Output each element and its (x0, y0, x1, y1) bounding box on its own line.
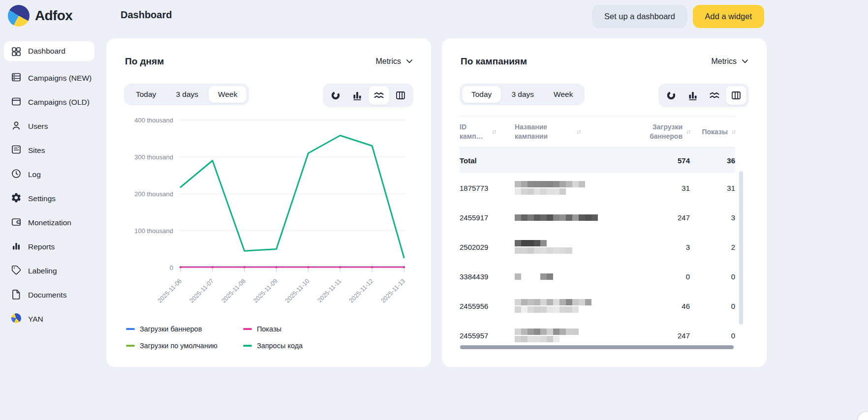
campaigns-period-today[interactable]: Today (462, 86, 501, 103)
sidebar-item-labeling[interactable]: Labeling (0, 264, 104, 278)
daily-view-bar-chart-icon[interactable] (347, 86, 368, 105)
table-horizontal-scrollbar[interactable] (460, 345, 734, 349)
table-row[interactable]: 2455956460 (460, 291, 735, 321)
svg-text:2025-11-10: 2025-11-10 (284, 277, 310, 304)
site-icon (11, 144, 22, 155)
daily-view-pie-chart-icon[interactable] (325, 86, 346, 105)
total-loads: 574 (617, 156, 690, 165)
sidebar-item-documents[interactable]: Documents (0, 288, 104, 302)
campaigns-period-week[interactable]: Week (544, 86, 582, 103)
column-header-name[interactable]: Название кампании ↓↑ (515, 122, 617, 141)
campaigns-view-line-chart-icon[interactable] (704, 86, 725, 105)
table-header-row: ID камп… ↓↑ Название кампании ↓↑ Загрузк… (460, 116, 735, 148)
campaigns-view-bar-chart-icon[interactable] (682, 86, 703, 105)
sidebar-item-label: Labeling (28, 264, 57, 276)
daily-period-week[interactable]: Week (209, 86, 247, 103)
campaigns-widget-card: По кампаниям Metrics Today3 daysWeek ID … (442, 38, 767, 367)
campaign-name-redacted (515, 329, 617, 342)
campaigns-view-switcher (658, 84, 749, 107)
archive-icon (11, 96, 22, 107)
total-shows: 36 (690, 156, 735, 165)
topbar: Adfox Dashboard Set up a dashboard Add a… (0, 0, 868, 32)
stack-icon (11, 72, 22, 83)
legend-item: Загрузки по умолчанию (126, 340, 217, 351)
daily-metrics-label: Metrics (375, 57, 401, 66)
campaign-shows: 0 (690, 331, 735, 340)
column-header-id[interactable]: ID камп… ↓↑ (460, 122, 515, 141)
legend-dash-icon (126, 345, 135, 347)
setup-dashboard-button[interactable]: Set up a dashboard (592, 5, 687, 28)
sidebar-item-label: Sites (28, 144, 45, 156)
sidebar-item-reports[interactable]: Reports (0, 240, 104, 254)
sidebar-item-label: Dashboard (28, 45, 65, 57)
table-total-row: Total 574 36 (460, 148, 735, 173)
sidebar-item-monetization[interactable]: Monetization (0, 216, 104, 230)
legend-item: Показы (243, 324, 303, 334)
sort-icon: ↓↑ (686, 128, 690, 136)
table-row[interactable]: 338443900 (460, 262, 735, 291)
daily-view-switcher (323, 84, 413, 107)
legend-dash-icon (243, 328, 252, 330)
campaigns-view-table-icon[interactable] (726, 86, 746, 105)
user-icon (11, 120, 22, 131)
sidebar-item-users[interactable]: Users (0, 120, 104, 133)
sidebar-item-sites[interactable]: Sites (0, 144, 104, 157)
daily-metrics-dropdown[interactable]: Metrics (375, 57, 412, 66)
daily-period-today[interactable]: Today (126, 86, 165, 103)
sidebar-item-campaigns-old[interactable]: Campaigns (OLD) (0, 95, 104, 109)
campaign-name-redacted (515, 181, 617, 195)
legend-label: Показы (257, 325, 281, 333)
campaign-id: 2455956 (460, 302, 515, 310)
table-row[interactable]: 250202932 (460, 232, 735, 262)
legend-item: Загрузки баннеров (126, 324, 217, 334)
sidebar-item-yan[interactable]: YAN (0, 312, 104, 326)
daily-view-table-icon[interactable] (390, 86, 411, 105)
table-row[interactable]: 18757733131 (460, 173, 735, 203)
column-header-shows[interactable]: Показы ↓↑ (690, 127, 735, 137)
report-icon (11, 240, 22, 251)
brand-name: Adfox (35, 8, 72, 24)
legend-dash-icon (126, 328, 135, 330)
sidebar-item-settings[interactable]: Settings (0, 192, 104, 206)
sidebar-item-label: Documents (28, 288, 66, 300)
table-vertical-scrollbar[interactable] (739, 171, 743, 325)
page-title: Dashboard (121, 9, 172, 21)
table-body: 1875773313124559172473250202932338443900… (460, 173, 735, 350)
campaigns-period-switcher: Today3 daysWeek (460, 84, 585, 105)
campaigns-metrics-dropdown[interactable]: Metrics (711, 57, 748, 66)
chevron-down-icon (742, 60, 748, 63)
sidebar-item-label: Settings (28, 192, 56, 204)
campaigns-view-pie-chart-icon[interactable] (661, 86, 682, 105)
column-header-loads[interactable]: Загрузки баннеров ↓↑ (617, 122, 690, 141)
campaigns-period-3-days[interactable]: 3 days (502, 86, 543, 103)
sidebar-item-dashboard[interactable]: Dashboard (4, 41, 94, 61)
campaign-loads: 247 (617, 331, 690, 340)
daily-widget-card: По дням Metrics Today3 daysWeek 400 thou… (106, 38, 431, 367)
svg-text:2025-11-08: 2025-11-08 (220, 277, 247, 304)
campaign-loads: 0 (617, 272, 690, 281)
chart-legend: Загрузки баннеровЗагрузки по умолчаниюПо… (126, 324, 303, 351)
campaign-id: 2455917 (460, 213, 515, 222)
help-button[interactable] (858, 412, 868, 420)
sidebar-item-campaigns-new[interactable]: Campaigns (NEW) (0, 71, 104, 85)
sidebar-item-label: Monetization (28, 216, 71, 228)
total-label: Total (460, 156, 617, 165)
svg-text:300 thousand: 300 thousand (134, 153, 173, 161)
daily-period-3-days[interactable]: 3 days (166, 86, 208, 103)
sidebar-item-log[interactable]: Log (0, 168, 104, 181)
legend-label: Запросы кода (257, 342, 303, 350)
campaign-shows: 0 (690, 302, 735, 310)
yan-logo-icon (11, 313, 22, 324)
campaign-id: 1875773 (460, 184, 515, 192)
sidebar-item-label: Campaigns (NEW) (28, 71, 92, 84)
campaign-loads: 46 (617, 302, 690, 310)
chevron-down-icon (406, 60, 412, 63)
daily-view-line-chart-icon[interactable] (369, 86, 389, 105)
sort-icon: ↓↑ (492, 128, 496, 136)
campaign-loads: 247 (617, 213, 690, 222)
add-widget-button[interactable]: Add a widget (693, 5, 764, 28)
svg-text:2025-11-09: 2025-11-09 (252, 277, 279, 304)
legend-dash-icon (243, 345, 252, 347)
campaign-loads: 3 (617, 243, 690, 251)
table-row[interactable]: 24559172473 (460, 203, 735, 232)
